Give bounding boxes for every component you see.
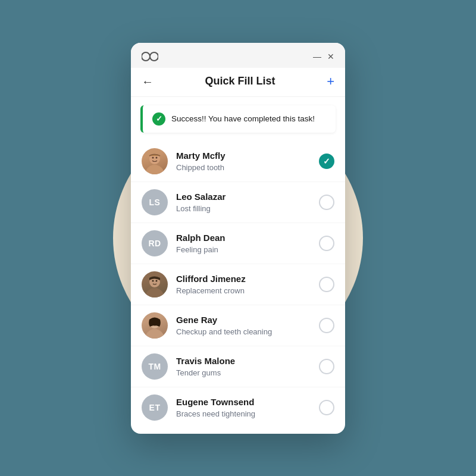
list-item[interactable]: TMTravis MaloneTender gums xyxy=(131,346,345,387)
avatar xyxy=(142,312,168,339)
add-button[interactable]: + xyxy=(327,75,334,88)
page-title: Quick Fill List xyxy=(205,75,275,87)
check-circle[interactable] xyxy=(319,400,334,415)
svg-point-6 xyxy=(145,288,164,298)
patient-info: Clifford JimenezReplacement crown xyxy=(176,273,311,295)
patient-reason: Replacement crown xyxy=(176,286,311,295)
patient-name: Travis Malone xyxy=(176,355,311,367)
patient-name: Eugene Townsend xyxy=(176,396,311,408)
check-circle[interactable] xyxy=(319,277,334,292)
avatar: TM xyxy=(142,353,168,380)
svg-point-10 xyxy=(145,329,164,339)
svg-point-2 xyxy=(145,165,164,174)
check-circle[interactable] xyxy=(319,318,334,333)
check-circle[interactable] xyxy=(319,154,334,169)
svg-point-0 xyxy=(142,52,150,61)
success-text: Success!! You have completed this task! xyxy=(171,114,315,123)
patient-info: Leo SalazarLost filling xyxy=(176,191,311,213)
app-window: — ✕ ← Quick Fill List + Success!! You ha… xyxy=(131,43,345,434)
svg-point-1 xyxy=(150,52,158,61)
avatar: ET xyxy=(142,394,168,421)
app-logo xyxy=(142,51,158,62)
close-button[interactable]: ✕ xyxy=(327,52,334,61)
list-item[interactable]: RDRalph DeanFeeling pain xyxy=(131,223,345,264)
svg-point-4 xyxy=(152,156,154,158)
window-controls: — ✕ xyxy=(313,52,334,61)
patient-name: Clifford Jimenez xyxy=(176,273,311,285)
window-header: ← Quick Fill List + xyxy=(131,68,345,97)
avatar: RD xyxy=(142,230,168,256)
patient-reason: Chipped tooth xyxy=(176,163,311,172)
patient-reason: Lost filling xyxy=(176,204,311,213)
avatar xyxy=(142,271,168,298)
check-circle[interactable] xyxy=(319,359,334,374)
patient-name: Marty Mcfly xyxy=(176,150,311,162)
patient-info: Eugene TownsendBraces need tightening xyxy=(176,396,311,418)
patient-reason: Feeling pain xyxy=(176,245,311,254)
svg-point-9 xyxy=(156,280,158,281)
success-icon xyxy=(152,112,165,126)
svg-point-5 xyxy=(156,156,158,158)
patient-info: Marty McflyChipped tooth xyxy=(176,150,311,172)
back-button[interactable]: ← xyxy=(142,76,154,87)
svg-point-8 xyxy=(152,280,154,281)
patient-name: Ralph Dean xyxy=(176,232,311,244)
success-banner: Success!! You have completed this task! xyxy=(140,105,336,133)
list-item[interactable]: Gene RayCheckup and teeth cleaning xyxy=(131,305,345,346)
patient-name: Leo Salazar xyxy=(176,191,311,203)
minimize-button[interactable]: — xyxy=(313,52,321,61)
patient-reason: Braces need tightening xyxy=(176,409,311,418)
avatar: LS xyxy=(142,189,168,215)
check-circle[interactable] xyxy=(319,236,334,251)
title-bar: — ✕ xyxy=(131,43,345,68)
check-circle[interactable] xyxy=(319,195,334,210)
list-item[interactable]: ETEugene TownsendBraces need tightening xyxy=(131,387,345,428)
patient-info: Ralph DeanFeeling pain xyxy=(176,232,311,254)
list-item[interactable]: Clifford JimenezReplacement crown xyxy=(131,264,345,305)
patient-reason: Tender gums xyxy=(176,368,311,377)
list-item[interactable]: LSLeo SalazarLost filling xyxy=(131,182,345,223)
patient-info: Gene RayCheckup and teeth cleaning xyxy=(176,314,311,336)
list-item[interactable]: Marty McflyChipped tooth xyxy=(131,141,345,182)
patient-name: Gene Ray xyxy=(176,314,311,326)
avatar xyxy=(142,148,168,174)
patient-info: Travis MaloneTender gums xyxy=(176,355,311,377)
patient-list: Marty McflyChipped toothLSLeo SalazarLos… xyxy=(131,141,345,434)
patient-reason: Checkup and teeth cleaning xyxy=(176,327,311,336)
